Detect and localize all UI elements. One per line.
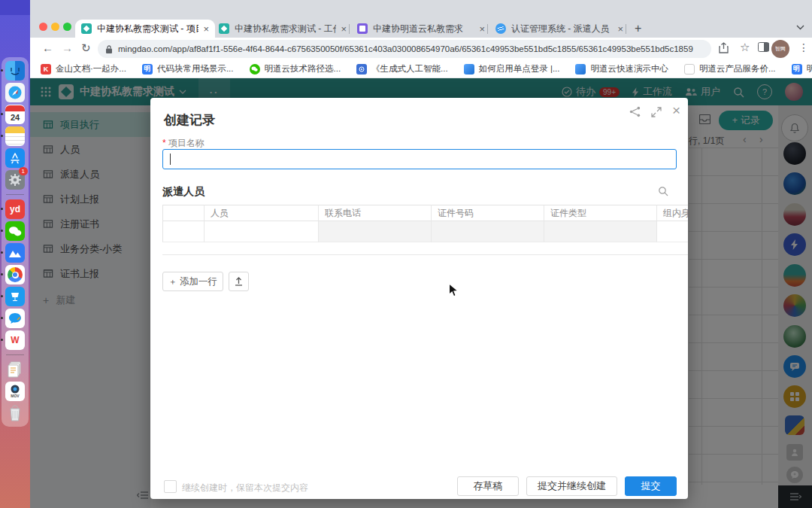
dock-calendar-icon[interactable]: 24: [5, 105, 25, 124]
browser-tab-3[interactable]: 中建协明道云私教需求 ×: [351, 20, 491, 38]
dock-settings-icon[interactable]: 1: [5, 170, 25, 190]
bookmark-item[interactable]: 明道云产品服务价...: [684, 63, 776, 75]
dock-documents-stack-icon[interactable]: [5, 360, 25, 379]
subtable-header-row: 人员 联系电话 证件号码 证件类型 组内身份: [162, 205, 688, 221]
tab-separator: [626, 24, 626, 34]
dock-wps-icon[interactable]: W: [5, 330, 25, 350]
save-draft-button[interactable]: 存草稿: [457, 476, 519, 496]
bookmark-item[interactable]: 如何启用单点登录 |...: [464, 63, 560, 75]
cube-icon: [464, 64, 474, 75]
url-text: mingdao.com/app/af8af1f1-556e-4f64-8644-…: [118, 44, 693, 53]
window-minimize-button[interactable]: [51, 23, 59, 31]
bookmark-item[interactable]: 明明道云在APaaS细...: [792, 63, 812, 75]
wps-doc-icon: K: [41, 64, 51, 75]
cell-personnel[interactable]: [205, 221, 319, 242]
column-header: 人员: [205, 205, 319, 221]
mingdao-doc-icon: 明: [142, 64, 153, 75]
browser-menu-icon[interactable]: ⋮: [798, 41, 809, 53]
window-close-button[interactable]: [39, 23, 47, 31]
cube-icon: [575, 64, 586, 75]
doc-favicon: [357, 23, 368, 34]
dock-chrome-icon[interactable]: [5, 265, 25, 284]
tab-close-icon[interactable]: ×: [617, 23, 623, 35]
dock-keynote-icon[interactable]: [5, 287, 25, 306]
tab-close-icon[interactable]: ×: [341, 23, 347, 35]
wechat-article-icon: [250, 64, 260, 75]
new-tab-button[interactable]: +: [635, 22, 641, 35]
dialog-title: 创建记录: [164, 111, 215, 129]
keep-content-checkbox[interactable]: [164, 480, 177, 493]
bookmark-star-icon[interactable]: ☆: [740, 41, 750, 54]
column-header: 证件类型: [544, 205, 657, 221]
cell-id-type-readonly: [544, 221, 657, 242]
bookmark-item[interactable]: 明道云技术路径选...: [250, 63, 341, 75]
browser-tab-4[interactable]: 认证管理系统 - 派遣人员（审核 ×: [489, 20, 629, 38]
bookmark-item[interactable]: 明代码块常用场景示...: [142, 63, 234, 75]
forward-button[interactable]: →: [62, 41, 73, 54]
cell-id-number-readonly: [432, 221, 544, 242]
dispatch-subtable: 人员 联系电话 证件号码 证件类型 组内身份: [162, 205, 688, 255]
tab-close-icon[interactable]: ×: [479, 23, 485, 35]
dock-mov-file-icon[interactable]: MOV: [5, 382, 25, 401]
dock-safari-icon[interactable]: [5, 83, 25, 102]
window-zoom-button[interactable]: [63, 23, 71, 31]
cell-group-role[interactable]: [657, 221, 688, 242]
row-index-cell[interactable]: [162, 221, 205, 242]
dock-lanhu-icon[interactable]: [5, 243, 25, 263]
dock-wechat-icon[interactable]: [5, 221, 25, 241]
mingdao-doc-icon: 明: [792, 64, 802, 75]
column-header: 组内身份: [657, 205, 688, 221]
tab-separator: [349, 24, 350, 34]
address-bar[interactable]: mingdao.com/app/af8af1f1-556e-4f64-8644-…: [98, 40, 711, 58]
browser-tab-2[interactable]: 中建协私教需求测试 - 工作流 ×: [213, 20, 353, 38]
row-index-header: [162, 205, 205, 221]
project-name-input[interactable]: [162, 149, 677, 169]
subtable-search-icon[interactable]: [658, 186, 668, 196]
subtable-bottom-edge: [162, 242, 688, 255]
back-button[interactable]: ←: [42, 41, 53, 54]
text-caret: [170, 154, 171, 165]
create-record-dialog: 创建记录 × *项目名称 派遣人员 人员 联系电话 证件号码 证件类型 组内身份: [150, 98, 688, 499]
cell-phone-readonly: [319, 221, 432, 242]
mingdao-favicon: [81, 23, 92, 34]
add-row-button[interactable]: ＋ 添加一行: [162, 272, 223, 291]
submit-and-continue-button[interactable]: 提交并继续创建: [526, 476, 617, 496]
macos-dock: 24 1 yd W MOV: [2, 57, 29, 427]
keep-content-label: 继续创建时，保留本次提交内容: [182, 482, 308, 494]
plus-icon: ＋: [168, 276, 177, 287]
browser-profile-avatar[interactable]: 智网: [771, 40, 789, 58]
dock-finder-icon[interactable]: [5, 61, 25, 81]
dock-notes-icon[interactable]: [5, 126, 25, 146]
dock-appstore-icon[interactable]: [5, 148, 25, 168]
screen: Chrome 文件 编辑 视图 历史记录 书签 个人资料 标签页 窗口 帮助 W…: [0, 0, 812, 508]
lock-icon: [105, 44, 113, 54]
subtable-row: [162, 221, 688, 242]
reload-button[interactable]: ↻: [81, 41, 91, 55]
close-dialog-icon[interactable]: ×: [672, 103, 680, 117]
dock-separator: [6, 194, 24, 195]
column-header: 联系电话: [319, 205, 432, 221]
tab-search-chevron-icon[interactable]: [796, 25, 804, 30]
side-panel-icon[interactable]: [758, 42, 769, 52]
column-header: 证件号码: [432, 205, 544, 221]
cert-system-favicon: [495, 23, 506, 34]
dispatch-subtable-label: 派遣人员: [162, 185, 205, 199]
bookmark-item[interactable]: 《生成式人工智能...: [356, 63, 448, 75]
dock-messages-icon[interactable]: [5, 309, 25, 328]
submit-button[interactable]: 提交: [625, 476, 677, 496]
browser-tab-1[interactable]: 中建协私教需求测试 - 项目执行 ×: [75, 20, 215, 38]
tab-separator: [487, 24, 488, 34]
import-rows-button[interactable]: [229, 272, 249, 291]
required-asterisk: *: [162, 138, 166, 148]
share-icon[interactable]: [719, 42, 729, 53]
dock-trash-icon[interactable]: [5, 403, 25, 423]
dock-youdao-icon[interactable]: yd: [5, 199, 25, 219]
bookmark-item[interactable]: K金山文档·一起办...: [41, 63, 126, 75]
desktop-wallpaper: 24 1 yd W MOV: [0, 15, 30, 508]
bookmark-item[interactable]: 明道云快速演示中心: [575, 63, 668, 75]
gov-doc-icon: [356, 64, 367, 75]
share-record-icon[interactable]: [629, 106, 641, 117]
expand-dialog-icon[interactable]: [651, 107, 662, 117]
tab-close-icon[interactable]: ×: [203, 23, 209, 35]
dock-separator: [6, 354, 24, 355]
